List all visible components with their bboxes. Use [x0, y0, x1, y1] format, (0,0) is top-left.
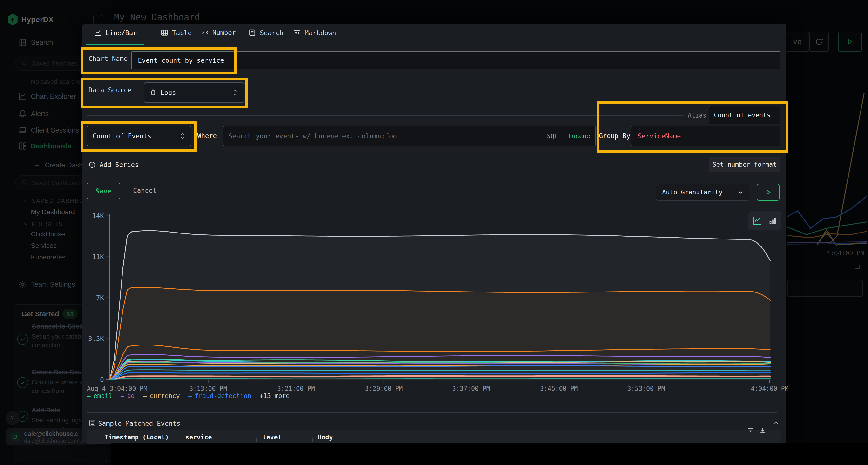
- chevron-up-icon[interactable]: [772, 419, 779, 427]
- granularity-value: Auto Granularity: [662, 189, 722, 196]
- table-icon: [161, 29, 168, 37]
- tab-markdown[interactable]: Markdown: [293, 29, 336, 37]
- events-line-chart[interactable]: 03.5K7K11K14KAug 4 3:04:00 PM3:13:00 PM3…: [87, 210, 784, 393]
- column-header[interactable]: Timestamp (Local): [105, 434, 169, 441]
- tab-label: Table: [172, 29, 192, 37]
- column-resizer[interactable]: [256, 433, 256, 442]
- viewport-cutoff: [111, 443, 868, 465]
- svg-text:0: 0: [100, 376, 104, 383]
- column-header[interactable]: level: [262, 434, 281, 441]
- svg-text:3:21:00 PM: 3:21:00 PM: [277, 385, 315, 392]
- run-chart-button[interactable]: [757, 184, 779, 201]
- filter-icon[interactable]: [747, 427, 754, 434]
- legend-item[interactable]: —email: [87, 392, 112, 399]
- tab-label: Markdown: [305, 29, 336, 37]
- column-header[interactable]: Body: [318, 434, 333, 441]
- column-header[interactable]: service: [185, 434, 212, 441]
- legend-item[interactable]: —fraud-detection: [188, 392, 251, 399]
- svg-text:3:53:00 PM: 3:53:00 PM: [627, 385, 665, 392]
- tab-line-bar[interactable]: Line/Bar: [94, 29, 137, 37]
- download-icon[interactable]: [759, 427, 766, 434]
- legend-item[interactable]: —ad: [121, 392, 135, 399]
- set-number-format-button[interactable]: Set number format: [709, 157, 780, 172]
- series-divider: [87, 115, 684, 115]
- svg-text:3:37:00 PM: 3:37:00 PM: [452, 385, 490, 392]
- svg-text:11K: 11K: [92, 253, 104, 261]
- chart-legend: —email—ad—currency—fraud-detection+15 mo…: [87, 392, 290, 399]
- lucene-toggle[interactable]: Lucene: [568, 133, 590, 139]
- where-placeholder: Search your events w/ Lucene ex. column:…: [228, 132, 397, 140]
- events-table-header: Timestamp (Local) service level Body: [87, 430, 781, 444]
- highlight-chart-name: [81, 47, 237, 74]
- column-resizer[interactable]: [180, 433, 180, 442]
- sample-events-title: Sample Matched Events: [98, 420, 180, 427]
- tab-search[interactable]: Search: [248, 29, 283, 37]
- svg-text:14K: 14K: [92, 212, 104, 220]
- doc-lines-icon: [89, 419, 96, 427]
- highlight-data-source: [81, 77, 248, 108]
- play-icon: [765, 189, 772, 196]
- number-123-icon: 123: [198, 30, 209, 36]
- tab-label: Number: [212, 29, 236, 36]
- highlight-aggregation: [81, 122, 197, 152]
- markdown-icon: [293, 29, 301, 37]
- line-chart-icon: [94, 29, 102, 37]
- sample-events-header[interactable]: Sample Matched Events: [82, 418, 785, 430]
- svg-text:Aug 4 3:04:00 PM: Aug 4 3:04:00 PM: [87, 385, 147, 392]
- circle-plus-icon: [89, 161, 96, 168]
- tab-table[interactable]: Table: [161, 29, 192, 37]
- highlight-group-by: [597, 101, 788, 153]
- column-resizer[interactable]: [312, 433, 313, 442]
- section-divider: [87, 412, 777, 413]
- legend-item[interactable]: —currency: [143, 392, 180, 399]
- svg-text:7K: 7K: [96, 294, 104, 301]
- svg-text:3:45:00 PM: 3:45:00 PM: [540, 385, 578, 392]
- tab-label: Line/Bar: [105, 29, 137, 37]
- granularity-select[interactable]: Auto Granularity: [656, 184, 750, 201]
- where-search-input[interactable]: Search your events w/ Lucene ex. column:…: [222, 126, 596, 146]
- legend-more-link[interactable]: +15 more: [259, 392, 289, 399]
- svg-text:3:29:00 PM: 3:29:00 PM: [365, 385, 403, 392]
- tab-label: Search: [260, 29, 283, 37]
- cancel-button[interactable]: Cancel: [133, 187, 157, 194]
- save-button[interactable]: Save: [87, 182, 120, 199]
- sql-toggle[interactable]: SQL: [547, 133, 558, 139]
- add-series-label: Add Series: [100, 161, 139, 168]
- chevron-down-icon: [737, 189, 744, 196]
- tab-number[interactable]: 123 Number: [198, 29, 236, 36]
- chart-type-tabs: Line/Bar Table 123 Number Search Markdow…: [82, 24, 785, 45]
- doc-lines-icon: [248, 29, 256, 37]
- active-tab-indicator: [86, 44, 144, 45]
- svg-text:4:04:00 PM: 4:04:00 PM: [751, 385, 789, 392]
- where-label: Where: [197, 132, 217, 139]
- svg-text:3:13:00 PM: 3:13:00 PM: [189, 385, 227, 392]
- svg-text:3.5K: 3.5K: [88, 335, 104, 342]
- lang-divider: |: [561, 133, 565, 139]
- add-series-button[interactable]: Add Series: [89, 161, 139, 168]
